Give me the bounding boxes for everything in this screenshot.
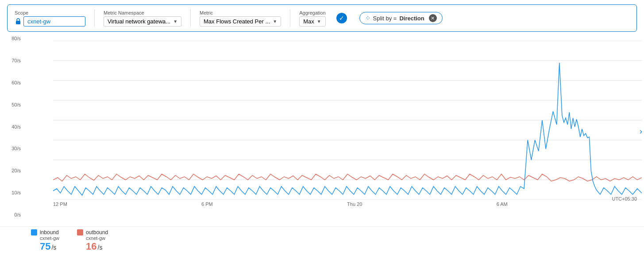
legend-inbound-header: inbound: [31, 229, 59, 235]
x-label-6pm: 6 PM: [201, 201, 213, 207]
metric-namespace-label: Metric Namespace: [104, 10, 181, 15]
outbound-scope-label: cxnet-gw: [86, 235, 108, 241]
split-dots-icon: ⁘: [365, 14, 370, 22]
chevron-down-icon2: ▼: [273, 19, 277, 24]
y-label-20: 20/s: [12, 168, 21, 173]
y-label-80: 80/s: [12, 36, 21, 41]
x-label-thu20: Thu 20: [347, 201, 362, 207]
metric-namespace-dropdown[interactable]: Virtual network gatewa... ▼: [104, 16, 181, 27]
aggregation-dropdown[interactable]: Max ▼: [299, 16, 325, 27]
inbound-direction-label: inbound: [40, 229, 59, 235]
aggregation-label: Aggregation: [299, 10, 325, 15]
metric-dropdown[interactable]: Max Flows Created Per ... ▼: [200, 16, 281, 27]
metric-namespace-group: Metric Namespace Virtual network gatewa.…: [104, 10, 181, 27]
aggregation-value: Max: [303, 18, 314, 25]
divider3: [290, 9, 290, 27]
chart-expand-icon[interactable]: ›: [640, 127, 642, 136]
chart-container: 80/s 70/s 60/s 50/s 40/s 30/s 20/s 10/s …: [0, 36, 644, 226]
chart-svg: [53, 41, 642, 200]
metric-value: Max Flows Created Per ...: [204, 18, 270, 25]
y-label-30: 30/s: [12, 146, 21, 151]
legend-outbound: outbound cxnet-gw 16 /s: [77, 229, 108, 252]
inbound-color-swatch: [31, 229, 37, 235]
split-by-value: Direction: [399, 15, 424, 22]
outbound-number: 16: [86, 241, 96, 252]
inbound-value: 75 /s: [40, 241, 59, 252]
split-by-prefix: Split by =: [373, 15, 397, 22]
svg-rect-0: [16, 21, 20, 24]
metric-group: Metric Max Flows Created Per ... ▼: [200, 10, 281, 27]
metric-label: Metric: [200, 10, 281, 15]
chevron-down-icon: ▼: [173, 19, 177, 24]
scope-label: Scope: [15, 10, 85, 15]
inbound-number: 75: [40, 241, 50, 252]
x-label-6am: 6 AM: [497, 201, 508, 207]
divider2: [190, 9, 191, 27]
utc-label: UTC+05:30: [612, 196, 637, 201]
outbound-value: 16 /s: [86, 241, 108, 252]
scope-group: Scope: [15, 10, 85, 27]
y-label-70: 70/s: [12, 58, 21, 63]
y-label-60: 60/s: [12, 80, 21, 85]
outbound-color-swatch: [77, 229, 83, 235]
split-by-badge[interactable]: ⁘ Split by = Direction ✕: [359, 12, 443, 24]
y-axis: 80/s 70/s 60/s 50/s 40/s 30/s 20/s 10/s …: [0, 36, 24, 226]
y-label-50: 50/s: [12, 103, 21, 107]
y-label-0: 0/s: [14, 213, 21, 217]
y-label-10: 10/s: [12, 190, 21, 195]
lock-icon: [15, 18, 22, 25]
split-close-icon[interactable]: ✕: [429, 14, 437, 22]
metric-namespace-value: Virtual network gatewa...: [108, 18, 170, 25]
scope-input[interactable]: [23, 16, 85, 27]
divider1: [94, 9, 95, 27]
chevron-down-icon3: ▼: [317, 19, 321, 24]
outbound-unit: /s: [98, 244, 103, 251]
legend-area: inbound cxnet-gw 75 /s outbound cxnet-gw…: [0, 226, 644, 255]
inbound-scope-label: cxnet-gw: [40, 235, 59, 241]
inbound-unit: /s: [51, 244, 56, 251]
confirm-icon[interactable]: ✓: [336, 13, 347, 23]
y-label-40: 40/s: [12, 125, 21, 129]
outbound-direction-label: outbound: [86, 229, 108, 235]
aggregation-group: Aggregation Max ▼: [299, 10, 325, 27]
metrics-toolbar: Scope Metric Namespace Virtual network g…: [7, 4, 637, 32]
legend-outbound-header: outbound: [77, 229, 108, 235]
x-label-12pm: 12 PM: [53, 201, 67, 207]
legend-inbound: inbound cxnet-gw 75 /s: [31, 229, 59, 252]
